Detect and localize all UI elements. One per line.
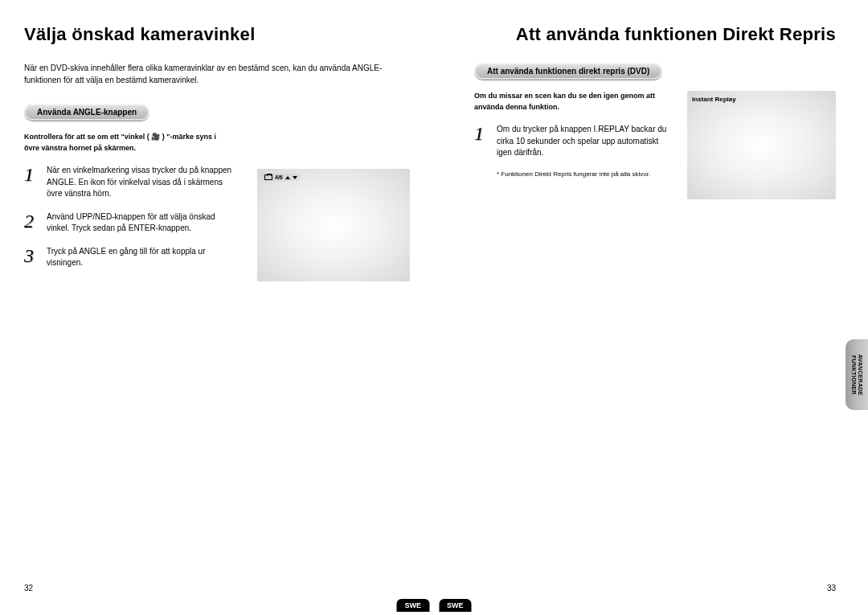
instant-replay-label: Instant Replay	[692, 96, 736, 103]
step-number: 3	[24, 246, 39, 269]
lang-badge-left: SWE	[396, 599, 429, 612]
angle-indicator: 4/6	[262, 174, 300, 181]
step-text: Om du trycker på knappen I.REPLAY backar…	[497, 124, 673, 159]
left-hint: Kontrollera för att se om ett "vinkel ( …	[24, 132, 233, 154]
page-left: Välja önskad kameravinkel När en DVD-ski…	[0, 0, 434, 615]
camera-icon	[264, 174, 272, 180]
lang-badge-right: SWE	[439, 599, 472, 612]
tv-screen-illustration: 4/6	[257, 169, 410, 281]
right-content-row: Om du missar en scen kan du se den igen …	[474, 91, 836, 199]
page-number-right: 33	[827, 584, 836, 592]
page-spread: Välja önskad kameravinkel När en DVD-ski…	[0, 0, 868, 615]
right-hint: Om du missar en scen kan du se den igen …	[474, 91, 673, 113]
triangle-down-icon	[293, 176, 297, 179]
right-pill-heading: Att använda funktionen direkt repris (DV…	[474, 63, 662, 80]
right-step-1: 1 Om du trycker på knappen I.REPLAY back…	[474, 124, 673, 159]
page-number-left: 32	[24, 584, 33, 592]
left-step-3: 3 Tryck på ANGLE en gång till för att ko…	[24, 246, 233, 269]
step-number: 1	[474, 124, 489, 159]
left-step-1: 1 När en vinkelmarkering visas trycker d…	[24, 165, 233, 200]
left-pill-heading: Använda ANGLE-knappen	[24, 104, 149, 121]
right-text-column: Om du missar en scen kan du se den igen …	[474, 91, 673, 178]
step-text: Använd UPP/NED-knappen för att välja öns…	[47, 211, 233, 235]
left-step-2: 2 Använd UPP/NED-knappen för att välja ö…	[24, 211, 233, 235]
right-title: Att använda funktionen Direkt Repris	[458, 24, 836, 45]
step-number: 1	[24, 165, 39, 200]
section-tab: AVANCERADE FUNKTIONER	[845, 339, 868, 410]
triangle-up-icon	[285, 176, 290, 179]
left-intro: När en DVD-skiva innehåller flera olika …	[24, 63, 410, 86]
right-footnote: * Funktionen Direkt Repris fungerar inte…	[497, 170, 673, 178]
left-title: Välja önskad kameravinkel	[24, 24, 410, 45]
step-number: 2	[24, 211, 39, 235]
step-text: När en vinkelmarkering visas trycker du …	[47, 165, 233, 200]
language-badges: SWE SWE	[391, 599, 476, 612]
page-right: Att använda funktionen Direkt Repris Att…	[434, 0, 868, 615]
step-text: Tryck på ANGLE en gång till för att kopp…	[47, 246, 233, 269]
angle-value: 4/6	[275, 174, 283, 180]
tv-screen-illustration: Instant Replay	[687, 91, 836, 199]
section-tab-text: AVANCERADE FUNKTIONER	[850, 354, 864, 395]
